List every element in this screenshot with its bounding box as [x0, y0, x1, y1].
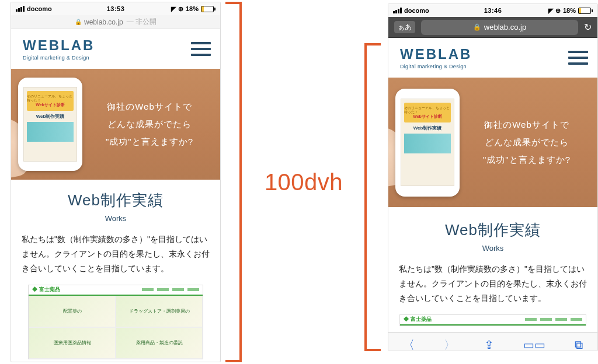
- battery-pct: 18%: [563, 7, 576, 14]
- works-heading: Web制作実績: [22, 190, 210, 211]
- bracket-left: [225, 2, 242, 362]
- signal-icon: [393, 8, 402, 13]
- thumb-grid: 配置薬の ドラッグストア・調剤薬局の 医療用医薬品情報 薬用商品・製造の委託: [29, 296, 203, 359]
- address-domain: weblab.co.jp: [84, 18, 123, 26]
- reload-icon[interactable]: ↻: [584, 22, 592, 33]
- hero-phone-mockup: そのリニューアル、ちょっと待った！ Webサイト診断 Web制作実績: [18, 78, 82, 171]
- mini-banner: そのリニューアル、ちょっと待った！ Webサイト診断: [27, 91, 74, 111]
- site-logo[interactable]: WEBLAB Digital marketing & Design: [400, 46, 472, 69]
- carrier-label: docomo: [404, 7, 429, 14]
- lock-icon: 🔒: [473, 23, 481, 31]
- address-private: — 非公開: [127, 17, 157, 27]
- site-header: WEBLAB Digital marketing & Design: [11, 29, 220, 69]
- tabs-button[interactable]: ⧉: [575, 338, 583, 351]
- thumb-logo: ◆ 富士薬品: [404, 316, 432, 323]
- thumb-cell: 配置薬の: [29, 296, 116, 327]
- hero-line1: 御社のWebサイトで: [465, 116, 588, 134]
- screenshot-left: docomo 13:53 ◤ ⊕ 18% 🔒 weblab.co.jp — 非公…: [11, 2, 221, 362]
- safari-address-full: ぁあ 🔒 weblab.co.jp ↻: [388, 17, 597, 38]
- alarm-icon: ⊕: [178, 5, 183, 13]
- hero-section: そのリニューアル、ちょっと待った！ Webサイト診断 Web制作実績 御社のWe…: [11, 69, 220, 180]
- status-time: 13:46: [457, 7, 529, 14]
- location-icon: ◤: [548, 7, 553, 15]
- hero-section: そのリニューアル、ちょっと待った！ Webサイト診断 Web制作実績 御社のWe…: [388, 78, 597, 207]
- works-heading: Web制作実績: [399, 220, 587, 240]
- hero-copy: 御社のWebサイトで どんな成果がでたら "成功"と言えますか?: [88, 98, 211, 150]
- mini-art: [404, 134, 451, 153]
- works-body: 私たちは"数（制作実績数の多さ）"を目指してはいません。クライアントの目的を果た…: [399, 262, 587, 306]
- address-domain: weblab.co.jp: [484, 23, 526, 32]
- ios-statusbar: docomo 13:46 ◤ ⊕ 18%: [388, 4, 597, 17]
- text-size-button[interactable]: ぁあ: [394, 21, 415, 33]
- thumb-cell: 薬用商品・製造の委託: [116, 327, 203, 359]
- battery-icon: [201, 6, 215, 12]
- site-header: WEBLAB Digital marketing & Design: [388, 38, 597, 78]
- works-thumbnail[interactable]: ◆ 富士薬品: [399, 314, 586, 326]
- status-time: 13:53: [80, 5, 151, 12]
- works-body: 私たちは"数（制作実績数の多さ）"を目指してはいません。クライアントの目的を果た…: [22, 232, 210, 276]
- hamburger-icon[interactable]: [568, 51, 588, 65]
- screenshot-right: docomo 13:46 ◤ ⊕ 18% ぁあ 🔒 weblab.co.jp ↻…: [388, 4, 598, 351]
- hamburger-icon[interactable]: [191, 42, 211, 56]
- thumb-cell: ドラッグストア・調剤薬局の: [116, 296, 203, 327]
- mini-title: Web制作実績: [413, 125, 442, 131]
- hero-line3: "成功"と言えますか?: [465, 151, 588, 169]
- works-sub: Works: [22, 214, 210, 223]
- mini-title: Web制作実績: [36, 113, 65, 120]
- thumb-cell: 医療用医薬品情報: [29, 327, 116, 359]
- forward-button[interactable]: 〉: [444, 337, 456, 351]
- alarm-icon: ⊕: [555, 7, 561, 15]
- works-thumbnail[interactable]: ◆ 富士薬品 配置薬の ドラッグストア・調剤薬局の 医療用医薬品情報 薬用商品・…: [28, 285, 203, 359]
- battery-pct: 18%: [186, 5, 199, 12]
- works-section: Web制作実績 Works 私たちは"数（制作実績数の多さ）"を目指してはいませ…: [11, 180, 220, 362]
- bookmarks-button[interactable]: ▭▭: [523, 338, 545, 351]
- hero-line3: "成功"と言えますか?: [88, 133, 211, 150]
- lock-icon: 🔒: [75, 19, 82, 25]
- thumb-logo: ◆ 富士薬品: [32, 286, 60, 293]
- hero-line1: 御社のWebサイトで: [88, 98, 211, 116]
- logo-tagline: Digital marketing & Design: [23, 55, 95, 61]
- ios-statusbar: docomo 13:53 ◤ ⊕ 18%: [11, 2, 220, 15]
- share-button[interactable]: ⇪: [484, 338, 494, 351]
- location-icon: ◤: [171, 5, 176, 13]
- mini-banner: そのリニューアル、ちょっと待った！ Webサイト診断: [404, 103, 451, 123]
- hero-line2: どんな成果がでたら: [88, 116, 211, 133]
- logo-brand: WEBLAB: [400, 46, 472, 62]
- thumb-header: ◆ 富士薬品: [400, 315, 586, 326]
- hero-copy: 御社のWebサイトで どんな成果がでたら "成功"と言えますか?: [465, 116, 588, 169]
- hero-phone-mockup: そのリニューアル、ちょっと待った！ Webサイト診断 Web制作実績: [395, 89, 460, 197]
- works-sub: Works: [399, 244, 587, 253]
- thumb-header: ◆ 富士薬品: [29, 285, 203, 296]
- hero-line2: どんな成果がでたら: [465, 134, 588, 151]
- back-button[interactable]: 〈: [403, 337, 415, 351]
- mini-art: [27, 122, 74, 142]
- works-section: Web制作実績 Works 私たちは"数（制作実績数の多さ）"を目指してはいませ…: [388, 207, 597, 332]
- logo-brand: WEBLAB: [23, 37, 95, 54]
- safari-address-compact[interactable]: 🔒 weblab.co.jp — 非公開: [11, 15, 220, 29]
- site-logo[interactable]: WEBLAB Digital marketing & Design: [23, 37, 95, 61]
- carrier-label: docomo: [27, 5, 52, 12]
- battery-icon: [578, 8, 593, 14]
- safari-toolbar: 〈 〉 ⇪ ▭▭ ⧉: [388, 332, 597, 351]
- bracket-right: [364, 43, 381, 351]
- signal-icon: [16, 6, 25, 12]
- address-bar[interactable]: 🔒 weblab.co.jp: [421, 20, 578, 35]
- comparison-label: 100dvh: [245, 169, 362, 195]
- logo-tagline: Digital marketing & Design: [400, 64, 472, 69]
